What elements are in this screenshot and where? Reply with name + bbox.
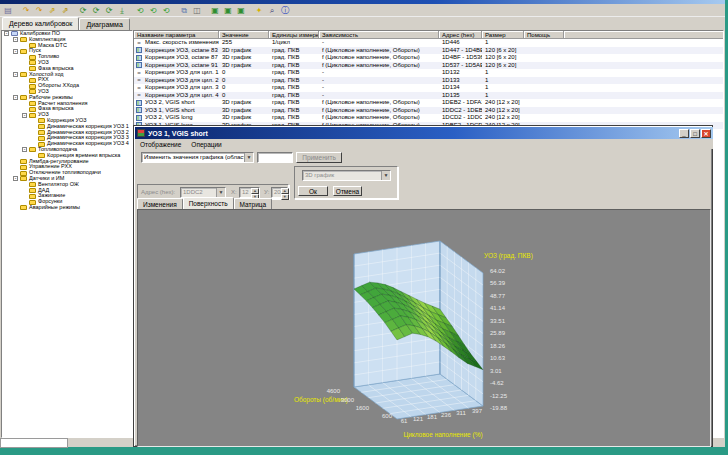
column-header-3[interactable]: Зависимость bbox=[319, 31, 439, 38]
folder-icon bbox=[29, 147, 36, 152]
sync3-icon[interactable]: ⟲ bbox=[160, 5, 172, 16]
stepper-arrows[interactable]: ▲▼ bbox=[281, 188, 289, 197]
grid-icon[interactable]: ▣ bbox=[235, 5, 247, 16]
main-tab-1[interactable]: Диаграмма bbox=[79, 18, 129, 30]
cell-2: град. ПКВ bbox=[269, 84, 319, 92]
cell-5: 120 [6 x 20] bbox=[482, 62, 524, 70]
dialog-title-bar[interactable]: УОЗ 1, VGIS short _ □ ✕ bbox=[135, 127, 713, 139]
load-icon[interactable]: ⇗ bbox=[46, 5, 58, 16]
apply-button[interactable]: Применить bbox=[296, 152, 342, 163]
cell-4: 1D134 bbox=[439, 84, 482, 92]
cell-0: УОЗ 1, VGIS short bbox=[142, 107, 219, 115]
table-row[interactable]: Коррекция УОЗ, octane 833D графикград. П… bbox=[134, 47, 723, 55]
table-row[interactable]: =Коррекция УОЗ для цил. 30град. ПКВ-1D13… bbox=[134, 84, 723, 92]
expander-icon[interactable]: - bbox=[22, 113, 27, 118]
cell-3: f (Цикловое наполнение, Обороты) bbox=[319, 54, 439, 62]
cell-0: Коррекция УОЗ для цил. 4 bbox=[142, 92, 219, 100]
surface-plot[interactable]: УОЗ (град. ПКВ)64.0256.3948.7741.1433.51… bbox=[137, 209, 711, 447]
column-header-5[interactable]: Размер bbox=[482, 31, 524, 38]
cell-4: 1D132 bbox=[439, 69, 482, 77]
cell-0: Коррекция УОЗ для цил. 2 bbox=[142, 77, 219, 85]
stepper-arrows[interactable]: ▲▼ bbox=[251, 188, 259, 197]
cell-2: град. ПКВ bbox=[269, 69, 319, 77]
search-icon[interactable]: ⌕ bbox=[266, 5, 278, 16]
sync-icon[interactable]: ⟲ bbox=[134, 5, 146, 16]
table-row[interactable]: =Коррекция УОЗ для цил. 40град. ПКВ-1D13… bbox=[134, 92, 723, 100]
close-button[interactable]: ✕ bbox=[701, 129, 711, 138]
folder-icon bbox=[20, 95, 27, 100]
table-row[interactable]: =Коррекция УОЗ для цил. 20град. ПКВ-1D13… bbox=[134, 77, 723, 85]
remove-icon[interactable]: ▣ bbox=[222, 5, 234, 16]
main-tab-0[interactable]: Дерево калибровок bbox=[2, 17, 79, 30]
chevron-down-icon[interactable]: ▼ bbox=[244, 153, 253, 162]
maximize-button[interactable]: □ bbox=[690, 129, 700, 138]
dialog-title: УОЗ 1, VGIS short bbox=[148, 130, 678, 137]
menu-display[interactable]: Отображение bbox=[135, 141, 186, 148]
copy-icon[interactable]: ⧉ bbox=[178, 5, 190, 16]
column-header-1[interactable]: Значение bbox=[219, 31, 269, 38]
redo-icon[interactable]: ↷ bbox=[33, 5, 45, 16]
verify-icon[interactable]: ⤓ bbox=[116, 5, 128, 16]
expander-icon[interactable]: - bbox=[4, 31, 9, 36]
add-icon[interactable]: ▣ bbox=[209, 5, 221, 16]
y-tick: 4600 bbox=[314, 388, 340, 394]
graph-type-combobox[interactable]: 3D график ▼ bbox=[302, 170, 391, 181]
cell-5: 1 bbox=[482, 39, 524, 47]
minimize-button[interactable]: _ bbox=[679, 129, 689, 138]
tab-Матрица[interactable]: Матрица bbox=[234, 198, 273, 209]
tools-icon[interactable]: ✦ bbox=[253, 5, 265, 16]
menu-operations[interactable]: Операции bbox=[186, 141, 226, 148]
cell-0: УОЗ 2, VGIS long bbox=[142, 114, 219, 122]
sync2-icon[interactable]: ⟲ bbox=[147, 5, 159, 16]
action-combobox[interactable]: Изменить значения графика (области) на з… bbox=[141, 152, 254, 163]
table-row[interactable]: Коррекция УОЗ, octane 913D графикград. П… bbox=[134, 62, 723, 70]
ok-button[interactable]: Ок bbox=[298, 186, 328, 196]
cell-0: Коррекция УОЗ, octane 83 bbox=[142, 47, 219, 55]
cell-2: град. ПКВ bbox=[269, 62, 319, 70]
expander-icon[interactable]: - bbox=[13, 72, 18, 77]
table-row[interactable]: =Коррекция УОЗ для цил. 10град. ПКВ-1D13… bbox=[134, 69, 723, 77]
chevron-down-icon: ▼ bbox=[381, 171, 390, 180]
expander-icon[interactable]: - bbox=[13, 49, 18, 54]
folder-icon bbox=[20, 159, 27, 164]
save-icon[interactable]: ▤ bbox=[2, 5, 14, 16]
table-row[interactable]: Коррекция УОЗ, octane 873D графикград. П… bbox=[134, 54, 723, 62]
folder-icon bbox=[20, 49, 27, 54]
refresh-icon[interactable]: ⟳ bbox=[77, 5, 89, 16]
column-header-4[interactable]: Адрес (hex) bbox=[439, 31, 482, 38]
folder-icon bbox=[38, 118, 45, 123]
read-icon[interactable]: ⟳ bbox=[90, 5, 102, 16]
expander-icon[interactable]: - bbox=[13, 95, 18, 100]
y-stepper[interactable]: 20 ▲▼ bbox=[271, 187, 288, 198]
x-axis-label: Цикловое наполнение (%) bbox=[376, 431, 510, 438]
folder-icon bbox=[29, 113, 36, 118]
cell-5: 1 bbox=[482, 77, 524, 85]
table-row[interactable]: УОЗ 2, VGIS short3D графикград. ПКВf (Ци… bbox=[134, 99, 723, 107]
value-input[interactable] bbox=[257, 152, 293, 163]
tab-Поверхность[interactable]: Поверхность bbox=[183, 197, 234, 209]
graph-type-value: 3D график bbox=[303, 171, 381, 180]
expander-icon[interactable]: - bbox=[13, 37, 18, 42]
table-row[interactable]: УОЗ 1, VGIS short3D графикград. ПКВf (Ци… bbox=[134, 107, 723, 115]
column-header-6[interactable]: Помощь bbox=[524, 31, 564, 38]
cancel-button[interactable]: Отмена bbox=[333, 186, 362, 196]
table-row[interactable]: =Макс. скорость изменения УОЗ2551/цикл-1… bbox=[134, 39, 723, 47]
table-row[interactable]: УОЗ 2, VGIS long3D графикград. ПКВf (Цик… bbox=[134, 114, 723, 122]
paste-icon[interactable]: ◫ bbox=[191, 5, 203, 16]
column-header-filler bbox=[564, 31, 723, 38]
expander-icon[interactable]: - bbox=[22, 147, 27, 152]
z-scale-value: 41.14 bbox=[490, 305, 505, 311]
tree-item[interactable]: Аварийные режимы bbox=[2, 205, 132, 211]
folder-icon bbox=[20, 176, 27, 181]
cell-1: 3D график bbox=[219, 47, 269, 55]
expander-icon[interactable]: - bbox=[13, 176, 18, 181]
info-icon[interactable]: ⓘ bbox=[279, 5, 291, 16]
undo-icon[interactable]: ↷ bbox=[20, 5, 32, 16]
column-header-2[interactable]: Единицы измерения bbox=[269, 31, 319, 38]
folder-icon bbox=[29, 60, 36, 65]
write-icon[interactable]: ⟳ bbox=[103, 5, 115, 16]
column-header-0[interactable]: Название параметра bbox=[134, 31, 219, 38]
x-stepper[interactable]: 12 ▲▼ bbox=[239, 187, 260, 198]
tab-Изменения[interactable]: Изменения bbox=[137, 198, 183, 209]
load-all-icon[interactable]: ⇗ bbox=[59, 5, 71, 16]
